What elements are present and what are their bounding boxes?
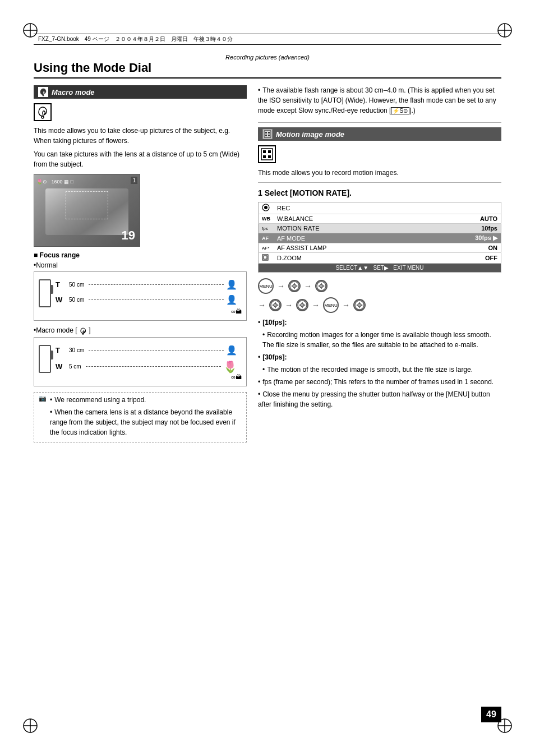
menu-row-rec: REC [259,202,501,214]
svg-rect-17 [268,132,270,133]
motion-section-label: Motion image mode [276,130,344,139]
svg-point-40 [320,284,323,288]
nav-dial-5 [353,299,366,311]
note-icon: 📷 [39,395,47,402]
note-bullets: We recommend using a tripod. When the ca… [50,395,242,440]
motion-bullet-close: Close the menu by pressing the shutter b… [258,389,501,409]
nav-dial-2 [315,280,328,292]
svg-rect-22 [268,150,271,153]
motion-bullet-fps: fps (frame per second); This refers to t… [258,377,501,387]
motion-header-icon [262,129,273,139]
step1-number: 1 [258,188,262,197]
menu-table: REC WB W.BALANCE AUTO fps MOTION RATE 10… [258,202,501,273]
nav-dial-3 [269,299,282,311]
macro-section-label: Macro mode [52,88,95,96]
nav-diagram: MENU → → → → [258,278,501,313]
motion-bullet-10fps-head: [10fps]: [258,317,501,328]
sep-line-1 [258,122,501,123]
left-column: Macro mode This mode allows you to take … [34,85,247,447]
motion-section-header: Motion image mode [258,127,501,141]
menu-button-1: MENU [258,278,274,294]
flash-bullets: The available flash range is about 30 cm… [258,85,501,116]
svg-rect-21 [263,150,266,153]
right-column: The available flash range is about 30 cm… [258,85,501,447]
svg-rect-18 [265,135,267,136]
menu-row-footer: SELECT▲▼ SET▶ EXIT MENU [259,264,501,273]
two-col-layout: Macro mode This mode allows you to take … [34,85,501,447]
focus-range-title: ■ Focus range [34,251,247,259]
svg-rect-28 [264,256,267,259]
svg-point-14 [82,334,84,335]
page-subtitle: Recording pictures (advanced) [0,54,535,61]
macro-focus-diagram: T 30 cm 👤 W 5 cm 🌷 ∞� [34,337,247,386]
menu-row-motion-rate: fps MOTION RATE 10fps [259,224,501,233]
svg-point-46 [274,303,277,307]
motion-intro-text: This mode allows you to record motion im… [258,168,501,178]
macro-intro-text2: You can take pictures with the lens at a… [34,149,247,169]
svg-point-34 [293,284,296,288]
page-number: 49 [481,707,501,722]
svg-rect-16 [265,132,267,133]
nav-dial-1 [288,280,301,292]
svg-point-52 [301,303,304,307]
macro-header-icon [38,87,48,97]
nav-row-1: MENU → → [258,278,501,294]
motion-bullet-30fps-body: The motion of the recorded image is smoo… [258,365,501,375]
nav-row-2: → → → MENU → [258,297,501,313]
menu-button-2: MENU [323,297,339,313]
svg-rect-23 [263,155,266,158]
svg-point-13 [41,116,44,118]
motion-bullets: [10fps]: Recording motion images for a l… [258,317,501,409]
sep-line-2 [258,182,501,183]
normal-label: •Normal [34,261,247,269]
header-text: FXZ_7-GN.book 49 ページ ２００４年８月２日 月曜日 午後３時４… [38,35,233,43]
reg-mark-bottom-left [22,718,38,734]
content-area: Using the Mode Dial Macro mode This mode… [34,61,501,700]
note-bullet-2: When the camera lens is at a distance be… [50,407,242,437]
header-bar: FXZ_7-GN.book 49 ページ ２００４年８月２日 月曜日 午後３時４… [34,34,501,45]
svg-point-26 [264,206,268,209]
page-title: Using the Mode Dial [34,61,501,79]
motion-large-icon [258,145,276,163]
flash-bullet-1: The available flash range is about 30 cm… [258,85,501,116]
svg-point-58 [358,303,361,307]
svg-point-12 [43,95,44,96]
menu-row-dzoom: D.ZOOM OFF [259,253,501,264]
svg-rect-24 [268,155,271,158]
svg-rect-15 [264,131,271,137]
macro-intro-text: This mode allows you to take close-up pi… [34,126,247,146]
nav-dial-4 [296,299,308,311]
menu-row-wbalance: WB W.BALANCE AUTO [259,214,501,224]
motion-bullet-30fps-head: [30fps]: [258,352,501,362]
normal-focus-diagram: T 50 cm 👤 W 50 cm 👤 ∞ [34,271,247,321]
macro-mode-label: •Macro mode [ ] [34,326,247,335]
motion-bullet-10fps-body: Recording motion images for a longer tim… [258,330,501,350]
macro-large-icon [34,103,52,121]
note-bullet-1: We recommend using a tripod. [50,395,242,405]
macro-section-header: Macro mode [34,85,247,99]
step1-text: Select [MOTION RATE]. [265,188,352,197]
svg-rect-19 [268,135,270,136]
note-box: 📷 We recommend using a tripod. When the … [34,392,247,442]
step1-title: 1 Select [MOTION RATE]. [258,188,501,197]
camera-preview-image: 🌷⊙ 1600 ▦ □ 1 19 [34,174,140,247]
menu-row-af-mode: AF AF MODE 30fps ▶ [259,233,501,243]
menu-row-af-assist: AF* AF ASSIST LAMP ON [259,243,501,253]
